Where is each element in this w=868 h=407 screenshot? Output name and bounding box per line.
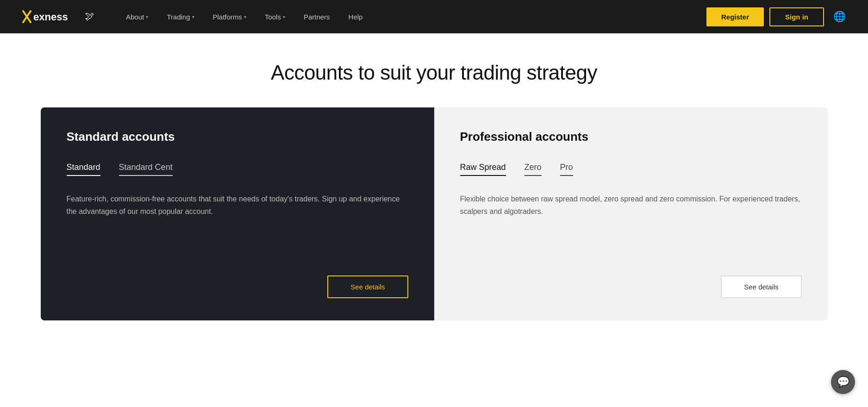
standard-see-details-button[interactable]: See details (327, 276, 408, 298)
nav-links: About ▾ Trading ▾ Platforms ▾ Tools ▾ Pa… (119, 9, 370, 25)
professional-section-title: Professional accounts (460, 130, 802, 144)
nav-right: Register Sign in 🌐 (706, 7, 846, 26)
nav-left: exness 🕊 About ▾ Trading ▾ Platforms ▾ T… (22, 7, 370, 26)
tab-standard[interactable]: Standard (67, 163, 100, 176)
chat-widget[interactable]: 💬 (831, 370, 855, 394)
standard-card-top: Standard accounts Standard Standard Cent… (67, 130, 408, 240)
standard-account-tabs: Standard Standard Cent (67, 163, 408, 176)
professional-account-tabs: Raw Spread Zero Pro (460, 163, 802, 176)
register-button[interactable]: Register (706, 7, 764, 26)
nav-link-about[interactable]: About ▾ (119, 9, 156, 25)
exness-logo: exness 🕊 (22, 7, 96, 26)
professional-see-details-button[interactable]: See details (721, 276, 801, 298)
tab-standard-cent[interactable]: Standard Cent (119, 163, 173, 176)
signin-button[interactable]: Sign in (769, 7, 824, 26)
chevron-down-icon: ▾ (244, 14, 246, 19)
standard-card-footer: See details (67, 276, 408, 298)
chevron-down-icon: ▾ (283, 14, 285, 19)
chevron-down-icon: ▾ (146, 14, 148, 19)
svg-text:🕊: 🕊 (85, 11, 94, 21)
page-title: Accounts to suit your trading strategy (37, 61, 831, 84)
professional-card-footer: See details (460, 276, 802, 298)
accounts-grid: Standard accounts Standard Standard Cent… (41, 107, 828, 320)
professional-card-description: Flexible choice between raw spread model… (460, 193, 802, 218)
tab-pro[interactable]: Pro (560, 163, 573, 176)
nav-link-platforms[interactable]: Platforms ▾ (206, 9, 254, 25)
standard-accounts-card: Standard accounts Standard Standard Cent… (41, 107, 434, 320)
nav-link-tools[interactable]: Tools ▾ (257, 9, 293, 25)
nav-link-partners[interactable]: Partners (296, 9, 337, 25)
chat-icon: 💬 (837, 376, 849, 388)
globe-icon[interactable]: 🌐 (833, 11, 846, 23)
svg-text:exness: exness (33, 11, 68, 23)
tab-raw-spread[interactable]: Raw Spread (460, 163, 506, 176)
logo-area[interactable]: exness 🕊 (22, 7, 96, 26)
standard-card-description: Feature-rich, commission-free accounts t… (67, 193, 408, 218)
standard-section-title: Standard accounts (67, 130, 408, 144)
navbar: exness 🕊 About ▾ Trading ▾ Platforms ▾ T… (0, 0, 868, 33)
nav-link-help[interactable]: Help (341, 9, 370, 25)
professional-accounts-card: Professional accounts Raw Spread Zero Pr… (434, 107, 828, 320)
professional-card-top: Professional accounts Raw Spread Zero Pr… (460, 130, 802, 240)
nav-link-trading[interactable]: Trading ▾ (159, 9, 201, 25)
chevron-down-icon: ▾ (192, 14, 194, 19)
main-content: Accounts to suit your trading strategy S… (0, 33, 868, 348)
tab-zero[interactable]: Zero (525, 163, 542, 176)
